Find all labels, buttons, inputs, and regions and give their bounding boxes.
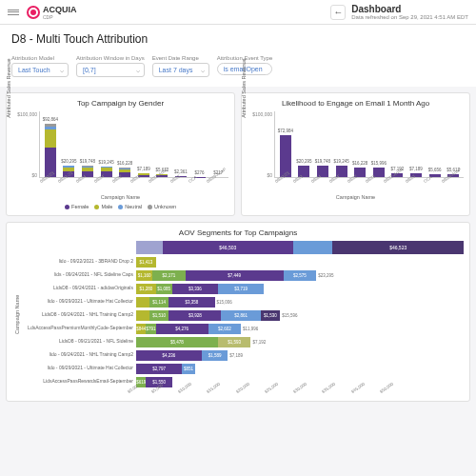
row-label: LidsD8 - 09/21/2021 - NFL Sideline bbox=[22, 334, 133, 347]
filter-window: Attribution Window in Days [0,7] bbox=[76, 55, 145, 77]
brand-name: ACQUIA bbox=[43, 5, 77, 14]
filter-label: Attribution Window in Days bbox=[76, 55, 145, 61]
hbar-x-ticks: $0.00$5,000$10,000$15,000$20,000$25,000$… bbox=[12, 390, 464, 395]
chart-title: Top Campaign by Gender bbox=[12, 99, 228, 108]
row-label: LdsAccessPassPremiumMonthlyCode-Septembe… bbox=[22, 321, 133, 334]
y-axis: $100,000 $0 bbox=[12, 111, 39, 178]
y-axis-label: Campaign Name bbox=[12, 241, 22, 388]
logo-icon bbox=[27, 6, 40, 19]
row-label: LidsAccessPassRewardsEmail-September bbox=[22, 374, 133, 387]
y-tick: $100,000 bbox=[12, 111, 37, 117]
y-axis: $100,000 $0 bbox=[248, 111, 274, 178]
legend: Female Male Neutral Unknown bbox=[12, 204, 228, 209]
hbar-row[interactable]: $2,797$851 bbox=[136, 362, 464, 375]
y-axis-label: Attributed Sales Revenue bbox=[6, 58, 11, 117]
filters-bar: Attribution Model Last Touch Attribution… bbox=[0, 51, 476, 87]
row-label: lido - 09/22/2021 - 3BRAND Drop 2 bbox=[22, 254, 133, 268]
hbar-row[interactable]: $5,478$1,593$7,192 bbox=[136, 335, 464, 348]
bars-area: $72,984$20,295$19,748$19,245$16,228$15,9… bbox=[274, 111, 464, 178]
hbar-row[interactable]: $1,114$3,358$15,006 bbox=[136, 295, 464, 308]
x-axis-label: Campaign Name bbox=[248, 194, 464, 200]
filter-label: Attribution Model bbox=[11, 55, 69, 61]
chart-aov-segments: AOV Segments for Top Campaigns Campaign … bbox=[6, 222, 470, 402]
row-label: lido - 09/29/2021 - Ultimate Hat Collect… bbox=[22, 294, 133, 307]
hbar-row[interactable]: $4,236$1,589$7,189 bbox=[136, 348, 464, 362]
hbar-row[interactable]: $1,413 bbox=[136, 255, 464, 268]
filter-range-select[interactable]: Last 7 days bbox=[152, 63, 209, 77]
brand-logo: ACQUIA CDP bbox=[27, 5, 77, 20]
legend-item: Female bbox=[65, 204, 89, 209]
back-button[interactable]: ← bbox=[330, 5, 346, 20]
brand-sub: CDP bbox=[43, 14, 77, 20]
row-label: lido - 09/29/2021 - Ultimate Hat Collect… bbox=[22, 361, 133, 374]
filter-model: Attribution Model Last Touch bbox=[11, 55, 69, 77]
y-tick: $0 bbox=[248, 172, 272, 178]
hbar-row[interactable]: $844$791$4,276$2,602$11,996 bbox=[136, 322, 464, 335]
page-title: D8 - Multi Touch Attribution bbox=[0, 25, 476, 51]
row-label: LidsD8 - 09/24/2021 - NHL Training Camp2 bbox=[22, 307, 133, 321]
filter-model-select[interactable]: Last Touch bbox=[11, 63, 69, 77]
legend-item: Neutral bbox=[118, 204, 142, 209]
header-title: Dashboard bbox=[351, 4, 468, 14]
filter-window-select[interactable]: [0,7] bbox=[76, 63, 145, 77]
hbar-row[interactable]: $1,160$2,171$7,449$2,575$23,295 bbox=[136, 268, 464, 282]
y-tick: $100,000 bbox=[248, 111, 272, 117]
x-labels: 09/21/2109/21-2109/2409/24'09/2209/21 09… bbox=[12, 178, 228, 185]
hbar-row[interactable]: $1,280$1,085$3,336$3,719 bbox=[136, 282, 464, 295]
chart-title: AOV Segments for Top Campaigns bbox=[12, 228, 464, 237]
x-labels: 09/21/2109/2109/2409/24'09/2209/2109/22-… bbox=[248, 178, 464, 185]
chart-title: Likelihood to Engage on Email 1 Month Ag… bbox=[248, 99, 464, 108]
topbar: ACQUIA CDP ← Dashboard Data refreshed on… bbox=[0, 0, 476, 25]
row-label: lido - 09/24/2021 - NHL Training Camp2 bbox=[22, 347, 133, 361]
header-title-block: Dashboard Data refreshed on Sep 29, 2021… bbox=[351, 4, 468, 20]
hbar-row[interactable]: $1,510$3,928$2,861$1,530$15,596 bbox=[136, 308, 464, 322]
row-label: lids - 09/24/2021 - NFL Sideline Caps bbox=[22, 268, 133, 281]
hbar-category-labels: lido - 09/22/2021 - 3BRAND Drop 2lids - … bbox=[22, 241, 136, 388]
x-axis-label: Campaign Name bbox=[12, 194, 228, 200]
chart-top-campaign-gender: Top Campaign by Gender Attributed Sales … bbox=[6, 92, 235, 216]
y-tick: $0 bbox=[12, 172, 37, 178]
menu-icon[interactable] bbox=[8, 10, 19, 15]
header-subtitle: Data refreshed on Sep 29, 2021 4:51 AM E… bbox=[351, 14, 468, 20]
filter-range: Event Date Range Last 7 days bbox=[152, 55, 209, 77]
chart-likelihood-engage: Likelihood to Engage on Email 1 Month Ag… bbox=[241, 92, 470, 216]
bar[interactable]: $92,864 bbox=[42, 124, 59, 177]
y-axis-label: Attributed Sales Revenue bbox=[241, 58, 247, 117]
top-segment-row: $46,503$46,523 bbox=[136, 241, 464, 254]
hbar-area: $46,503$46,523$1,413$1,160$2,171$7,449$2… bbox=[136, 241, 464, 388]
filter-label: Event Date Range bbox=[152, 55, 209, 61]
legend-item: Male bbox=[94, 204, 112, 209]
bars-area: $92,864$20,295$19,748$19,245$16,228$7,18… bbox=[39, 111, 228, 178]
legend-item: Unknown bbox=[148, 204, 176, 209]
row-label: LidsD8 - 09/24/2021 - adidasOriginals bbox=[22, 281, 133, 294]
